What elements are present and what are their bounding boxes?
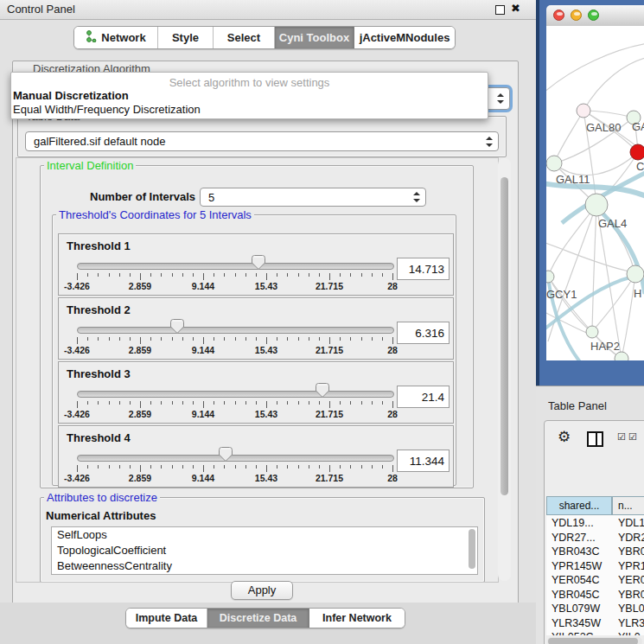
apply-button[interactable]: Apply — [231, 581, 293, 600]
slider-handle[interactable] — [219, 447, 233, 462]
minimize-traffic-light-icon[interactable] — [571, 10, 582, 21]
network-node[interactable] — [586, 326, 598, 338]
checkbox-icon[interactable]: ☑ — [628, 431, 637, 443]
network-node[interactable] — [627, 265, 644, 283]
tab-jactivemnodules[interactable]: jActiveMNodules — [354, 27, 455, 48]
network-node[interactable] — [615, 352, 628, 360]
threshold-value-field[interactable]: 14.713 — [397, 258, 450, 280]
tick-label: 28 — [387, 409, 398, 419]
tick-mark — [77, 465, 78, 472]
attributes-group-label: Attributes to discretize — [44, 491, 160, 504]
tick-mark — [161, 337, 162, 341]
table-row[interactable]: YBR045CYBR0 — [546, 588, 644, 603]
algorithm-option-manual[interactable]: Manual Discretization — [13, 89, 129, 102]
tick-mark — [150, 401, 151, 405]
table-cell: YPR145W — [552, 559, 602, 574]
tab-impute-data[interactable]: Impute Data — [126, 609, 207, 628]
tick-mark — [172, 465, 173, 469]
slider-handle[interactable] — [316, 383, 329, 399]
numerical-attributes-list[interactable]: SelfLoopsTopologicalCoefficientBetweenne… — [51, 526, 478, 575]
slider-handle[interactable] — [170, 319, 184, 335]
slider-track[interactable] — [77, 327, 394, 334]
algorithm-option-equal-width[interactable]: Equal Width/Frequency Discretization — [13, 103, 201, 116]
slider-track[interactable] — [77, 391, 394, 398]
tab-style[interactable]: Style — [158, 27, 214, 48]
tab-network[interactable]: Network — [74, 27, 158, 48]
tick-mark — [372, 273, 373, 277]
tab-label: Select — [227, 31, 260, 44]
attributes-group: Attributes to discretize Numerical Attri… — [40, 497, 485, 583]
network-canvas[interactable]: GAL80GACGAL11GAL4GCY1HHAP2 — [546, 26, 644, 360]
tick-label: 9.144 — [192, 409, 214, 419]
tick-label: -3.426 — [64, 473, 90, 483]
column-view-icon[interactable] — [587, 431, 603, 447]
network-node[interactable] — [585, 194, 608, 216]
tick-label: 21.715 — [316, 473, 343, 483]
tick-mark — [392, 337, 393, 344]
list-item[interactable]: BetweennessCentrality — [52, 558, 477, 574]
list-scrollbar[interactable] — [469, 529, 475, 569]
table-header-1[interactable]: n... — [612, 496, 644, 515]
close-icon[interactable]: ✖ — [511, 2, 520, 15]
tick-mark — [329, 465, 330, 472]
tick-mark — [224, 337, 225, 341]
threshold-value-field[interactable]: 21.4 — [397, 386, 450, 408]
table-row[interactable]: YDL19...YDL1 — [546, 516, 644, 531]
tick-mark — [224, 465, 225, 469]
tab-discretize-data[interactable]: Discretize Data — [207, 609, 309, 628]
interval-definition-group: Interval Definition Number of Intervals … — [40, 165, 474, 488]
table-row[interactable]: YER054CYER0 — [546, 573, 644, 588]
tick-label: 9.144 — [192, 345, 214, 355]
tick-label: 15.43 — [255, 409, 277, 419]
threshold-value-field[interactable]: 11.344 — [397, 450, 450, 472]
list-item[interactable]: SelfLoops — [52, 527, 477, 543]
list-item[interactable]: TopologicalCoefficient — [52, 543, 477, 558]
network-graph: GAL80GACGAL11GAL4GCY1HHAP2 — [546, 26, 644, 360]
horizontal-scrollbar-thumb[interactable] — [548, 638, 638, 644]
table-cell: YBL0 — [618, 602, 644, 616]
slider-track[interactable] — [77, 263, 394, 270]
zoom-traffic-light-icon[interactable] — [588, 10, 599, 21]
tick-mark — [203, 273, 204, 280]
tick-mark — [140, 401, 141, 408]
tick-mark — [392, 465, 393, 472]
tab-infer-network[interactable]: Infer Network — [309, 609, 405, 628]
table-row[interactable]: YIL052CYIL0 — [546, 630, 644, 635]
node-table[interactable]: shared...n...YDL19...YDL1YDR27...YDR2YBR… — [546, 496, 644, 635]
checkbox-icon[interactable]: ☑ — [617, 431, 626, 443]
tick-label: 2.859 — [129, 409, 151, 419]
tab-cyni-toolbox[interactable]: Cyni Toolbox — [275, 27, 354, 48]
horizontal-scrollbar-track[interactable] — [547, 637, 642, 644]
table-data-combobox[interactable]: galFiltered.sif default node — [25, 131, 499, 151]
table-row[interactable]: YBL079WYBL0 — [546, 602, 644, 616]
tick-mark — [245, 465, 246, 469]
tick-mark — [87, 401, 88, 405]
float-icon[interactable] — [495, 5, 505, 15]
number-of-intervals-combobox[interactable]: 5 — [200, 188, 426, 207]
table-row[interactable]: YLR345WYLR3 — [546, 616, 644, 631]
algorithm-placeholder-item[interactable]: Select algorithm to view settings — [11, 76, 488, 89]
network-node[interactable] — [630, 144, 644, 160]
tick-mark — [98, 401, 99, 405]
table-header-0[interactable]: shared... — [546, 496, 612, 515]
slider-handle[interactable] — [252, 255, 265, 271]
tick-mark — [224, 273, 225, 277]
gear-icon[interactable]: ⚙ — [558, 428, 571, 445]
table-row[interactable]: YPR145WYPR1 — [546, 559, 644, 574]
slider-track[interactable] — [77, 455, 394, 462]
table-row[interactable]: YBR043CYBR0 — [546, 545, 644, 559]
close-traffic-light-icon[interactable] — [553, 10, 564, 21]
network-window: GAL80GACGAL11GAL4GCY1HHAP2 — [536, 0, 644, 386]
network-node[interactable] — [546, 156, 562, 171]
node-label: GAL80 — [586, 121, 621, 134]
network-node[interactable] — [577, 104, 590, 118]
tick-mark — [235, 273, 236, 277]
threshold-value-field[interactable]: 6.316 — [397, 322, 450, 344]
network-node[interactable] — [546, 271, 554, 283]
tick-mark — [140, 465, 141, 472]
tick-mark — [340, 273, 341, 277]
table-cell: YLR3 — [618, 616, 644, 631]
table-row[interactable]: YDR27...YDR2 — [546, 531, 644, 545]
vertical-scrollbar-thumb[interactable] — [501, 177, 508, 495]
tab-select[interactable]: Select — [214, 27, 275, 48]
